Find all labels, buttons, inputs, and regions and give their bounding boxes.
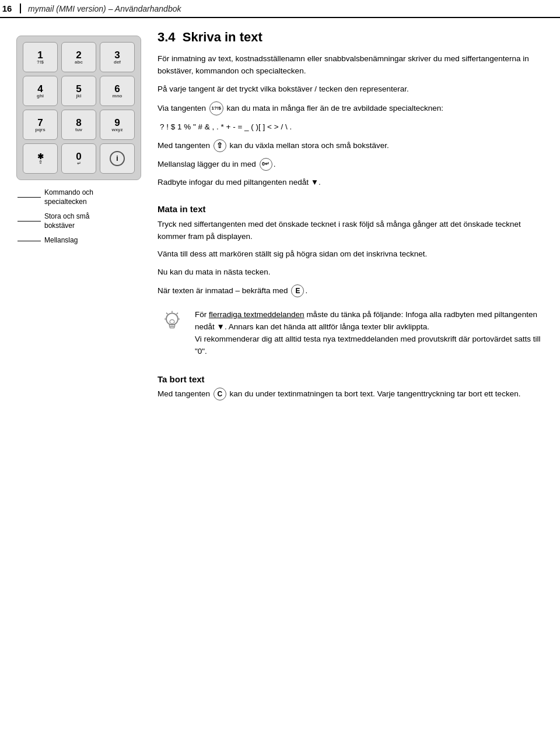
confirm-icon: E bbox=[291, 284, 304, 297]
mata-in-p2: Vänta till dess att markören ställt sig … bbox=[158, 248, 542, 261]
page-header: 16 mymail (MMI version) – Användarhandbo… bbox=[0, 0, 560, 18]
key-2: 2 abc bbox=[61, 42, 96, 72]
zero-icon: 0↵ bbox=[260, 158, 272, 171]
key-7: 7 pqrs bbox=[23, 110, 58, 140]
para1: På varje tangent är det tryckt vilka bok… bbox=[158, 83, 542, 96]
mata-in-p1: Tryck ned siffertangenten med det önskad… bbox=[158, 219, 542, 243]
label-stora-text: Stora och små bokstäver bbox=[44, 212, 89, 230]
key1-icon: 1?!$ bbox=[209, 101, 223, 115]
label-kommando-text: Kommando och specialtecken bbox=[44, 188, 93, 206]
book-title: mymail (MMI version) – Användarhandbok bbox=[28, 4, 181, 13]
tip-section: För flerradiga textmeddelanden måste du … bbox=[158, 309, 542, 358]
mata-in-title: Mata in text bbox=[158, 204, 542, 214]
key-8: 8 tuv bbox=[61, 110, 96, 140]
para5: Radbyte infogar du med piltangenten nedå… bbox=[158, 177, 542, 189]
key-0: 0 ↵ bbox=[61, 143, 96, 174]
intro-paragraph: För inmatning av text, kostnadsställenam… bbox=[158, 53, 542, 78]
key-6: 6 mno bbox=[100, 76, 135, 106]
key-4: 4 ghi bbox=[23, 76, 58, 106]
keypad-labels: Kommando och specialtecken Stora och små… bbox=[18, 188, 140, 251]
svg-rect-7 bbox=[170, 327, 174, 328]
ta-bort-text: Med tangenten C kan du under textinmatni… bbox=[158, 388, 542, 400]
right-column: 3.4 Skriva in text För inmatning av text… bbox=[158, 30, 542, 744]
lightbulb-icon bbox=[159, 310, 186, 337]
label-kommando: Kommando och specialtecken bbox=[18, 188, 140, 206]
key-info: i bbox=[100, 143, 135, 174]
key-9: 9 wxyz bbox=[100, 110, 135, 140]
para3: Med tangenten ⇧ kan du växla mellan stor… bbox=[158, 139, 542, 152]
mata-in-p4: När texten är inmatad – bekräfta med E. bbox=[158, 284, 542, 297]
key-star: ✱ ⇧ bbox=[23, 143, 58, 174]
label-stora: Stora och små bokstäver bbox=[18, 212, 140, 230]
section-title: 3.4 Skriva in text bbox=[158, 30, 542, 45]
shift-icon: ⇧ bbox=[214, 139, 226, 152]
keypad: 1 ?!$ 2 abc 3 def 4 ghi 5 jkl bbox=[16, 36, 141, 180]
tip-icon bbox=[158, 309, 187, 338]
para2: Via tangenten 1?!$ kan du mata in många … bbox=[158, 101, 542, 115]
mata-in-p3: Nu kan du mata in nästa tecken. bbox=[158, 266, 542, 279]
svg-line-5 bbox=[166, 313, 167, 314]
delete-icon: C bbox=[214, 388, 226, 400]
left-column: 1 ?!$ 2 abc 3 def 4 ghi 5 jkl bbox=[12, 30, 146, 744]
key-5: 5 jkl bbox=[61, 76, 96, 106]
svg-line-2 bbox=[177, 313, 178, 314]
para4: Mellanslag lägger du in med 0↵. bbox=[158, 158, 542, 171]
tip-underline: flerradiga textmeddelanden bbox=[209, 310, 304, 319]
svg-point-0 bbox=[166, 314, 178, 325]
tip-text: För flerradiga textmeddelanden måste du … bbox=[195, 309, 542, 358]
ta-bort-title: Ta bort text bbox=[158, 374, 542, 384]
key-3: 3 def bbox=[100, 42, 135, 72]
label-mellanslag-text: Mellanslag bbox=[44, 236, 78, 245]
page-number: 16 bbox=[0, 3, 21, 13]
label-mellanslag: Mellanslag bbox=[18, 236, 140, 245]
special-chars: ? ! $ 1 % " # & , . * + - = _ ( )[ ] < >… bbox=[160, 121, 542, 133]
key-1: 1 ?!$ bbox=[23, 42, 58, 72]
